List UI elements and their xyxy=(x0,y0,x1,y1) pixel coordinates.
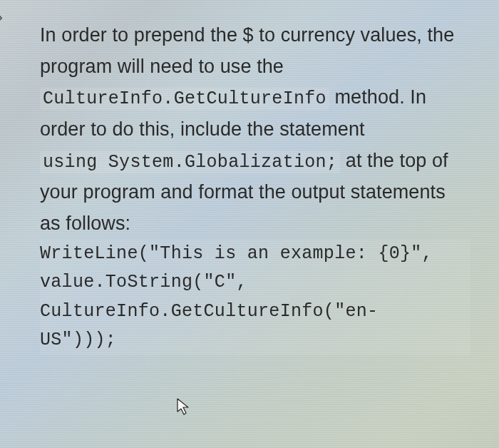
cursor-icon xyxy=(177,398,192,417)
inline-code-getcultureinfo: CultureInfo.GetCultureInfo xyxy=(40,88,329,110)
inline-code-using: using System.Globalization; xyxy=(40,151,340,173)
dollar-sign: $ xyxy=(243,24,254,46)
body-text-1: In order to prepend the xyxy=(40,24,243,46)
document-body: In order to prepend the $ to currency va… xyxy=(0,0,499,355)
code-block-writeline: WriteLine("This is an example: {0}", val… xyxy=(40,240,470,355)
